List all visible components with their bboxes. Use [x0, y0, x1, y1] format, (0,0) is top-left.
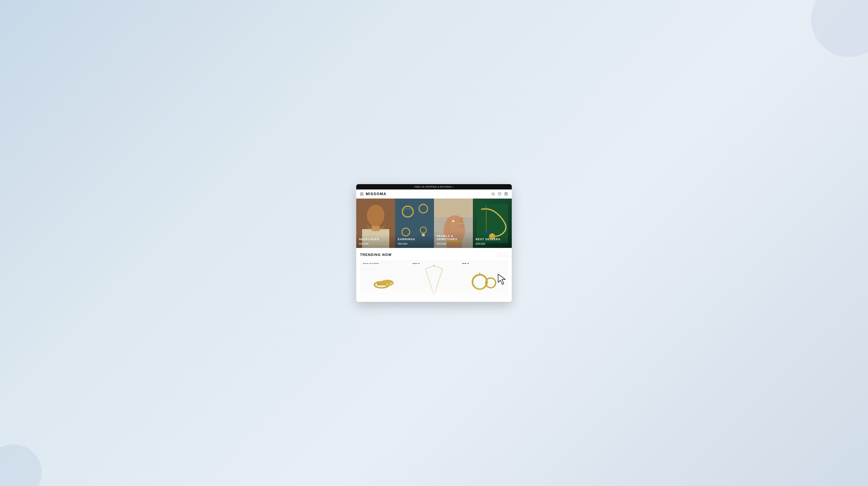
wishlist-icon[interactable]: [498, 192, 501, 196]
trending-next-button[interactable]: ›: [503, 253, 508, 257]
announcement-bar[interactable]: FREE UK SHIPPING & RETURNS >: [356, 184, 512, 190]
svg-point-37: [485, 230, 487, 234]
navbar-left: MISSOMA: [360, 192, 386, 196]
cart-icon[interactable]: [504, 192, 508, 196]
product-card-1[interactable]: BACK IN STOCK: [360, 260, 409, 302]
category-grid: NECKLACES Shop Now: [356, 199, 512, 248]
svg-line-1: [494, 195, 494, 195]
navbar-right: [491, 192, 508, 196]
pearls-shop-now[interactable]: Shop Now: [437, 242, 446, 245]
svg-point-7: [375, 232, 376, 232]
product-card-2[interactable]: NEW IN: [409, 260, 459, 302]
product-card-3[interactable]: NEW IN: [459, 260, 508, 302]
hamburger-menu[interactable]: [360, 193, 364, 195]
category-earrings[interactable]: EARRINGS Shop Now: [395, 199, 434, 248]
pearls-title: PEARLS & GEMSTONES: [437, 234, 470, 241]
trending-title: TRENDING NOW: [360, 253, 392, 257]
product-badge-2: NEW IN: [411, 262, 421, 265]
earrings-shop-now[interactable]: Shop Now: [398, 242, 407, 245]
svg-rect-24: [447, 218, 451, 228]
necklaces-title: NECKLACES: [359, 237, 393, 241]
necklaces-label: NECKLACES Shop Now: [356, 234, 395, 248]
brand-logo[interactable]: MISSOMA: [366, 192, 386, 196]
svg-point-29: [452, 220, 454, 222]
trending-section: TRENDING NOW ‹ › BACK IN STOCK: [356, 248, 512, 302]
svg-point-8: [375, 231, 376, 232]
bestsellers-shop-now[interactable]: Shop Now: [475, 242, 485, 245]
search-icon[interactable]: [491, 192, 495, 196]
navbar: MISSOMA: [356, 190, 512, 199]
bestsellers-title: BEST SELLERS: [475, 237, 509, 241]
svg-point-43: [378, 282, 381, 283]
category-necklaces[interactable]: NECKLACES Shop Now: [356, 199, 395, 248]
products-grid: BACK IN STOCK: [360, 260, 508, 302]
svg-point-50: [433, 265, 434, 266]
announcement-text: FREE UK SHIPPING & RETURNS >: [414, 186, 454, 188]
svg-point-6: [367, 205, 384, 226]
svg-rect-27: [460, 217, 463, 228]
bestsellers-label: BEST SELLERS Shop Now: [473, 234, 512, 248]
pearls-label: PEARLS & GEMSTONES Shop Now: [434, 231, 473, 248]
category-bestsellers[interactable]: BEST SELLERS Shop Now: [473, 199, 512, 248]
svg-point-38: [486, 231, 487, 232]
trending-prev-button[interactable]: ‹: [497, 253, 502, 257]
product-badge-3: NEW IN: [461, 262, 470, 265]
earrings-label: EARRINGS Shop Now: [395, 234, 434, 248]
svg-line-46: [434, 265, 442, 269]
earrings-title: EARRINGS: [398, 237, 431, 241]
svg-rect-12: [422, 204, 425, 205]
svg-point-0: [492, 193, 494, 195]
svg-point-44: [384, 280, 387, 281]
svg-point-55: [479, 273, 480, 274]
svg-line-45: [426, 265, 434, 269]
category-pearls[interactable]: PEARLS & GEMSTONES Shop Now: [434, 199, 473, 248]
svg-rect-26: [456, 216, 459, 228]
svg-rect-30: [459, 223, 463, 224]
necklaces-shop-now[interactable]: Shop Now: [359, 242, 369, 245]
trending-nav: ‹ ›: [497, 253, 508, 257]
product-badge-1: BACK IN STOCK: [362, 262, 380, 265]
trending-header: TRENDING NOW ‹ ›: [360, 253, 508, 257]
browser-window: FREE UK SHIPPING & RETURNS > MISSOMA: [356, 184, 512, 302]
